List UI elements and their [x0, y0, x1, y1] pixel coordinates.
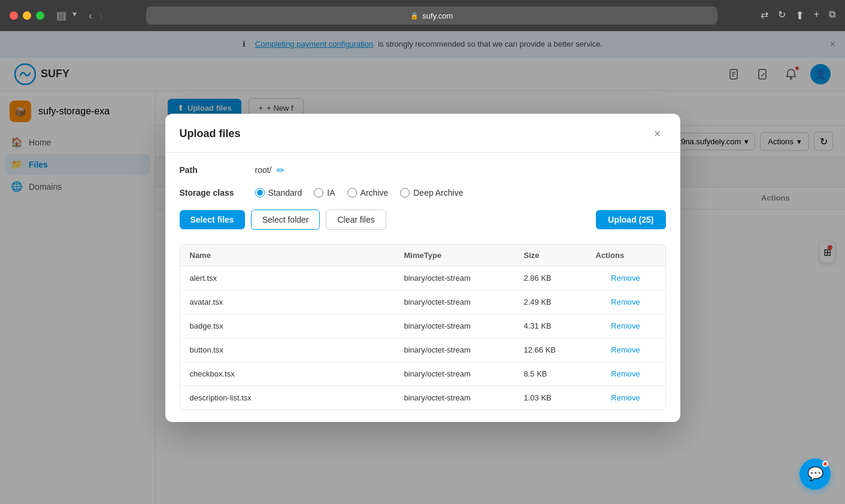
radio-ia[interactable]: IA — [314, 188, 335, 198]
tab-dropdown-icon[interactable]: ▾ — [72, 9, 77, 22]
radio-deep-archive[interactable]: Deep Archive — [400, 188, 463, 198]
lock-icon: 🔒 — [410, 12, 419, 20]
modal-close-button[interactable]: × — [649, 126, 666, 142]
sidebar-toggle-icon[interactable]: ▤ — [56, 9, 66, 22]
file-rows-container: alert.tsx binary/octet-stream 2.86 KB Re… — [180, 266, 665, 409]
remove-file-button[interactable]: Remove — [596, 297, 656, 306]
file-list-row: avatar.tsx binary/octet-stream 2.49 KB R… — [180, 290, 665, 314]
file-name: checkbox.tsx — [190, 369, 404, 378]
minimize-traffic-light[interactable] — [23, 11, 31, 20]
modal-file-table-header: Name MimeType Size Actions — [180, 245, 665, 266]
modal-body: Path root/ ✏ Storage class Standard IA — [165, 153, 680, 422]
file-list-row: alert.tsx binary/octet-stream 2.86 KB Re… — [180, 266, 665, 290]
size-col-header: Size — [524, 251, 596, 260]
file-mime: binary/octet-stream — [404, 369, 524, 378]
chat-button[interactable]: 💬 — [799, 459, 831, 490]
new-tab-icon[interactable]: + — [814, 9, 819, 22]
reload-icon[interactable]: ↻ — [778, 9, 786, 22]
actions-col-header: Actions — [596, 251, 656, 260]
radio-standard[interactable]: Standard — [255, 188, 302, 198]
file-size: 2.49 KB — [524, 297, 596, 306]
path-row: Path root/ ✏ — [180, 165, 666, 176]
path-label: Path — [180, 165, 246, 175]
select-folder-button[interactable]: Select folder — [251, 210, 320, 230]
modal-header: Upload files × — [165, 114, 680, 153]
upload-modal: Upload files × Path root/ ✏ Storage clas… — [165, 114, 680, 422]
mime-col-header: MimeType — [404, 251, 524, 260]
file-list-row: button.tsx binary/octet-stream 12.66 KB … — [180, 338, 665, 362]
path-edit-icon[interactable]: ✏ — [277, 165, 284, 176]
modal-title: Upload files — [180, 127, 241, 140]
file-list-row: description-list.tsx binary/octet-stream… — [180, 386, 665, 409]
file-list-row: badge.tsx binary/octet-stream 4.31 KB Re… — [180, 314, 665, 338]
translate-icon[interactable]: ⇄ — [761, 9, 768, 22]
tabs-icon[interactable]: ⧉ — [829, 9, 835, 22]
file-mime: binary/octet-stream — [404, 345, 524, 354]
storage-class-row: Storage class Standard IA Archive — [180, 188, 666, 198]
file-name: avatar.tsx — [190, 297, 404, 306]
file-size: 8.5 KB — [524, 369, 596, 378]
clear-files-button[interactable]: Clear files — [326, 210, 386, 230]
file-name: button.tsx — [190, 345, 404, 354]
select-files-button[interactable]: Select files — [180, 210, 245, 229]
file-size: 1.03 KB — [524, 393, 596, 402]
file-name-col-header: Name — [190, 251, 404, 260]
upload-button[interactable]: Upload (25) — [596, 210, 665, 229]
url-text: sufy.com — [422, 11, 453, 20]
path-text: root/ — [255, 165, 272, 175]
address-bar[interactable]: 🔒 sufy.com — [146, 7, 717, 25]
close-traffic-light[interactable] — [10, 11, 18, 20]
share-icon[interactable]: ⬆ — [795, 9, 804, 22]
modal-file-list: Name MimeType Size Actions alert.tsx bin… — [180, 244, 666, 410]
modal-overlay[interactable]: Upload files × Path root/ ✏ Storage clas… — [0, 31, 845, 504]
storage-class-radio-group: Standard IA Archive Deep Archive — [255, 188, 464, 198]
fullscreen-traffic-light[interactable] — [36, 11, 44, 20]
browser-chrome: ▤ ▾ ‹ › 🔒 sufy.com ⇄ ↻ ⬆ + ⧉ — [0, 0, 845, 31]
file-mime: binary/octet-stream — [404, 297, 524, 306]
radio-archive[interactable]: Archive — [347, 188, 389, 198]
back-nav-icon[interactable]: ‹ — [89, 10, 92, 22]
remove-file-button[interactable]: Remove — [596, 345, 656, 354]
file-size: 4.31 KB — [524, 321, 596, 330]
modal-actions-row: Select files Select folder Clear files U… — [180, 210, 666, 230]
remove-file-button[interactable]: Remove — [596, 321, 656, 330]
file-mime: binary/octet-stream — [404, 274, 524, 283]
chat-icon: 💬 — [807, 466, 823, 482]
storage-class-label: Storage class — [180, 188, 246, 198]
traffic-lights — [10, 11, 44, 20]
file-name: alert.tsx — [190, 274, 404, 283]
file-size: 12.66 KB — [524, 345, 596, 354]
chat-notification-dot — [822, 461, 828, 467]
forward-nav-icon[interactable]: › — [99, 10, 103, 22]
file-mime: binary/octet-stream — [404, 321, 524, 330]
remove-file-button[interactable]: Remove — [596, 274, 656, 283]
remove-file-button[interactable]: Remove — [596, 393, 656, 402]
remove-file-button[interactable]: Remove — [596, 369, 656, 378]
file-list-row: checkbox.tsx binary/octet-stream 8.5 KB … — [180, 362, 665, 386]
file-mime: binary/octet-stream — [404, 393, 524, 402]
file-size: 2.86 KB — [524, 274, 596, 283]
file-name: badge.tsx — [190, 321, 404, 330]
file-name: description-list.tsx — [190, 393, 404, 402]
path-value: root/ ✏ — [255, 165, 284, 176]
